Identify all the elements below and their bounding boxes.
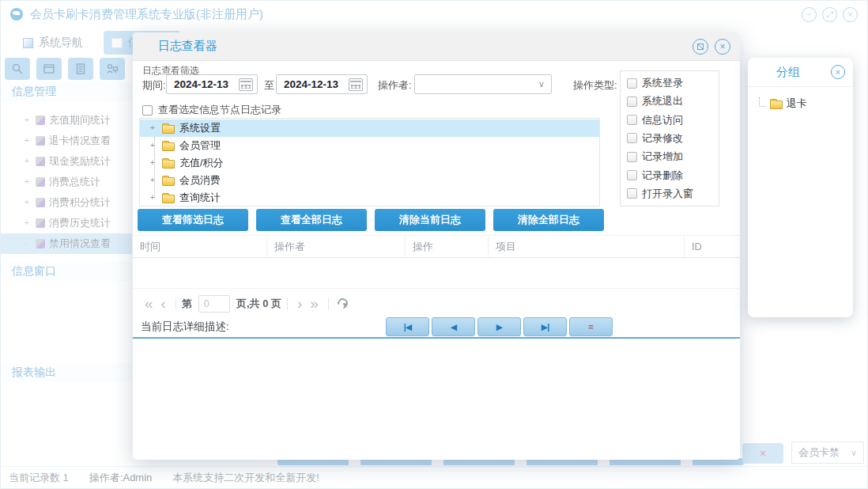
tree-item-recharge-points[interactable]: + 充值/积分: [140, 154, 599, 172]
sidebar-item-recharge-period[interactable]: + 充值期间统计: [1, 110, 132, 131]
record-prev-button[interactable]: ◀: [432, 317, 475, 336]
background-combo[interactable]: 会员卡禁 ∨: [791, 442, 864, 464]
dialog-header[interactable]: 日志查看器 ×: [133, 32, 740, 61]
optype-system-login[interactable]: 系统登录: [627, 76, 712, 90]
clear-current-logs-button[interactable]: 清除当前日志: [375, 209, 485, 231]
next-page-button[interactable]: ›: [293, 296, 306, 311]
optype-record-delete[interactable]: 记录删除: [627, 169, 712, 183]
column-operation[interactable]: 操作: [406, 236, 489, 257]
expander-icon[interactable]: +: [25, 137, 32, 145]
checkbox-icon[interactable]: [142, 105, 153, 116]
expander-icon[interactable]: +: [150, 124, 157, 132]
folder-icon: [162, 125, 175, 134]
app-logo-icon: [10, 8, 23, 21]
document-button[interactable]: [68, 58, 93, 80]
last-page-button[interactable]: »: [306, 296, 323, 311]
column-project[interactable]: 项目: [489, 236, 685, 257]
sidebar-item-consume-history[interactable]: + 消费历史统计: [1, 213, 132, 233]
sidebar-item-cash-reward[interactable]: + 现金奖励统计: [1, 151, 132, 172]
checkbox-icon[interactable]: [627, 170, 637, 180]
view-all-logs-button[interactable]: 查看全部日志: [256, 209, 367, 231]
column-id[interactable]: ID: [685, 236, 740, 257]
record-next-button[interactable]: ▶: [477, 317, 521, 336]
optype-record-modify[interactable]: 记录修改: [627, 131, 712, 146]
tree-item-system-settings[interactable]: + 系统设置: [140, 119, 599, 137]
tab-system-nav[interactable]: 系统导航: [15, 31, 91, 55]
app-title: 会员卡刷卡消费管理系统专业版(非注册用户): [30, 7, 263, 22]
sidebar-section-report[interactable]: 报表输出: [1, 363, 132, 382]
operator-label: 操作者:: [378, 78, 412, 93]
view-filtered-logs-button[interactable]: 查看筛选日志: [138, 209, 248, 231]
chevron-down-icon: ∨: [851, 448, 857, 458]
detail-description-row: 当前日志详细描述: |◀ ◀ ▶ ▶| =: [133, 317, 740, 339]
user-computer-button[interactable]: [100, 58, 125, 80]
optype-info-access[interactable]: 信息访问: [627, 113, 712, 127]
tree-item-member-consume[interactable]: + 会员消费: [140, 172, 599, 189]
group-panel-close-button[interactable]: ×: [831, 65, 845, 79]
checkbox-square-icon: [23, 38, 33, 48]
page-number-input[interactable]: [198, 295, 230, 313]
record-delete-button[interactable]: =: [569, 317, 613, 336]
optype-system-logout[interactable]: 系统退出: [627, 94, 712, 108]
page-label: 第: [182, 297, 192, 311]
checkbox-icon[interactable]: [627, 115, 637, 125]
clear-all-logs-button[interactable]: 清除全部日志: [493, 209, 604, 231]
date-to-input[interactable]: 2024-12-13: [276, 74, 368, 94]
checkbox-icon[interactable]: [627, 152, 637, 162]
close-window-button[interactable]: ×: [843, 7, 858, 22]
pagination-bar: « ‹ 第 页,共 0 页 › »: [133, 288, 740, 318]
group-item-card-return[interactable]: 退卡: [748, 87, 853, 111]
column-operator[interactable]: 操作者: [267, 236, 406, 257]
dialog-pin-button[interactable]: [693, 39, 708, 55]
expander-icon[interactable]: +: [150, 142, 157, 150]
node-filter-checkbox[interactable]: 查看选定信息节点日志记录: [142, 103, 281, 117]
sidebar-section-info[interactable]: 信息管理: [1, 82, 132, 101]
calendar-icon[interactable]: [349, 78, 363, 91]
expander-icon[interactable]: +: [150, 159, 157, 167]
tree-item-member-management[interactable]: + 会员管理: [140, 137, 599, 154]
detail-description-area[interactable]: [133, 340, 740, 460]
expander-icon[interactable]: +: [25, 116, 32, 124]
expander-icon[interactable]: +: [25, 219, 32, 227]
search-icon: [11, 63, 24, 75]
chevron-down-icon: ∨: [538, 79, 545, 89]
record-first-button[interactable]: |◀: [386, 317, 429, 336]
checkbox-icon[interactable]: [627, 133, 637, 143]
tree-item-query-stats[interactable]: + 查询统计: [140, 189, 599, 207]
expander-icon[interactable]: +: [25, 178, 32, 186]
sidebar-item-consume-points[interactable]: + 消费积分统计: [1, 192, 132, 213]
refresh-icon[interactable]: [335, 296, 349, 310]
sidebar-item-consume-total[interactable]: + 消费总统计: [1, 172, 132, 192]
record-last-button[interactable]: ▶|: [523, 317, 567, 336]
calendar-icon[interactable]: [239, 78, 253, 91]
window-tool-button[interactable]: [36, 58, 62, 80]
operator-combobox[interactable]: ∨: [414, 74, 552, 94]
maximize-button[interactable]: ⤢: [822, 7, 837, 22]
sidebar-item-card-return[interactable]: + 退卡情况查看: [1, 131, 132, 151]
first-page-button[interactable]: «: [141, 296, 157, 311]
stat-tool-icon: [36, 116, 45, 125]
search-button[interactable]: [5, 58, 30, 80]
minimize-button[interactable]: −: [802, 7, 817, 22]
date-from-input[interactable]: 2024-12-13: [166, 74, 258, 94]
stat-tool-icon: [36, 198, 45, 207]
expander-icon[interactable]: +: [150, 194, 157, 202]
optype-open-entry-window[interactable]: 打开录入窗: [627, 187, 712, 201]
sidebar-item-disabled-view[interactable]: · 禁用情况查看: [1, 233, 132, 254]
detail-description-label: 当前日志详细描述:: [141, 320, 229, 334]
column-time[interactable]: 时间: [133, 236, 267, 257]
toolbar: [5, 58, 125, 80]
background-close-button[interactable]: ×: [742, 443, 783, 464]
checkbox-icon[interactable]: [627, 78, 637, 89]
expander-icon[interactable]: +: [150, 176, 157, 184]
expander-icon[interactable]: +: [25, 199, 32, 207]
grid-icon: [111, 38, 123, 48]
optype-record-add[interactable]: 记录增加: [627, 150, 712, 164]
sidebar-section-window[interactable]: 信息窗口: [1, 262, 132, 281]
prev-page-button[interactable]: ‹: [157, 296, 170, 311]
divider: [175, 298, 176, 310]
expander-icon[interactable]: +: [25, 157, 32, 165]
dialog-close-button[interactable]: ×: [715, 39, 730, 55]
checkbox-icon[interactable]: [627, 97, 637, 107]
checkbox-icon[interactable]: [627, 188, 637, 199]
